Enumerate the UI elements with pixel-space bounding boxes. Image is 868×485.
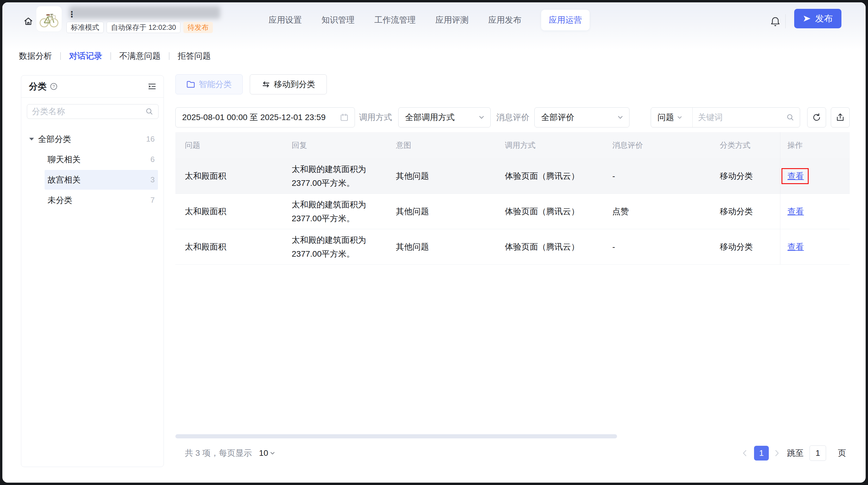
cell-intent: 其他问题 [386, 158, 495, 194]
cell-channel: 体验页面（腾讯云） [495, 194, 603, 229]
cell-channel: 体验页面（腾讯云） [495, 158, 603, 194]
chevron-down-icon [678, 116, 682, 119]
smart-classify-button[interactable]: 智能分类 [175, 74, 243, 94]
autosave-tag: 自动保存于 12:02:30 [106, 22, 180, 33]
view-link[interactable]: 查看 [787, 240, 804, 254]
page-size-select[interactable]: 10 [259, 448, 275, 458]
next-page-icon[interactable] [774, 450, 781, 456]
tree-node-2[interactable]: 故宫相关3 [21, 170, 163, 190]
folder-icon [186, 80, 195, 89]
tree-node-label: 聊天相关 [48, 154, 81, 165]
cell-intent: 其他问题 [386, 229, 495, 264]
move-to-classify-button[interactable]: 移动到分类 [250, 74, 327, 94]
top-nav-item-5[interactable]: 应用运营 [541, 10, 590, 30]
cell-question: 太和殿面积 [175, 229, 282, 264]
window-frame: ⋮ 标准模式 自动保存于 12:02:30 待发布 应用设置知识管理工作流管理应… [0, 0, 868, 485]
table-header-cell-4: 消息评价 [603, 132, 710, 158]
annotation-red-box [781, 168, 809, 184]
export-button[interactable] [831, 107, 850, 127]
app-avatar[interactable] [36, 6, 62, 32]
keyword-input[interactable]: 关键词 [693, 108, 800, 127]
export-icon [836, 113, 845, 122]
view-link[interactable]: 查看 [787, 204, 804, 218]
refresh-button[interactable] [807, 107, 826, 127]
category-panel: 分类 ? 分类名称 [21, 75, 164, 467]
table-row-1: 太和殿面积太和殿的建筑面积为2377.00平方米。其他问题体验页面（腾讯云）点赞… [175, 194, 850, 229]
pagination: 1 跳至 1 页 [741, 445, 846, 461]
notification-bell-icon[interactable] [770, 16, 781, 28]
horizontal-scrollbar[interactable] [175, 434, 617, 439]
table-header-cell-5: 分类方式 [710, 132, 780, 158]
tree-node-count: 7 [151, 196, 155, 205]
chevron-down-icon [479, 116, 484, 119]
table-header-cell-0: 问题 [175, 132, 282, 158]
mode-tag: 标准模式 [66, 22, 104, 33]
call-method-select[interactable]: 全部调用方式 [398, 107, 491, 127]
keyword-search-group: 问题 关键词 [651, 107, 800, 127]
category-search-placeholder: 分类名称 [32, 106, 145, 117]
cell-channel: 体验页面（腾讯云） [495, 229, 603, 264]
cell-classify: 移动分类 [710, 158, 780, 194]
cell-question: 太和殿面积 [175, 158, 282, 194]
caret-down-icon[interactable] [29, 138, 34, 140]
category-title: 分类 [29, 80, 46, 93]
publish-button[interactable]: 发布 [794, 9, 841, 28]
feedback-select[interactable]: 全部评价 [534, 107, 629, 127]
collapse-panel-icon[interactable] [148, 82, 156, 91]
top-nav-item-0[interactable]: 应用设置 [269, 14, 302, 26]
chevron-down-icon [271, 452, 275, 455]
top-nav: 应用设置知识管理工作流管理应用评测应用发布应用运营 [269, 2, 590, 38]
table-header-cell-6: 操作 [780, 132, 850, 158]
category-search-input[interactable]: 分类名称 [27, 104, 159, 119]
records-table: 问题回复意图调用方式消息评价分类方式操作 太和殿面积太和殿的建筑面积为2377.… [175, 132, 850, 265]
table-row-0: 太和殿面积太和殿的建筑面积为2377.00平方米。其他问题体验页面（腾讯云）-移… [175, 158, 850, 194]
chevron-down-icon [618, 116, 623, 119]
search-field-select[interactable]: 问题 [651, 108, 692, 127]
current-page-button[interactable]: 1 [754, 446, 769, 460]
prev-page-icon[interactable] [741, 450, 748, 456]
refresh-icon [812, 113, 822, 122]
category-panel-header: 分类 ? [21, 75, 163, 98]
call-method-label: 调用方式 [359, 107, 392, 127]
svg-text:?: ? [53, 84, 55, 89]
status-badge: 待发布 [183, 22, 213, 33]
tree-node-1[interactable]: 聊天相关6 [21, 149, 163, 170]
home-icon[interactable] [23, 16, 34, 27]
table-header: 问题回复意图调用方式消息评价分类方式操作 [175, 132, 850, 158]
cell-reply: 太和殿的建筑面积为2377.00平方米。 [282, 229, 386, 264]
subnav-item-0[interactable]: 数据分析 [19, 51, 60, 62]
top-nav-item-1[interactable]: 知识管理 [321, 14, 354, 26]
jump-to-label: 跳至 [787, 448, 804, 459]
feedback-label: 消息评价 [496, 107, 529, 127]
subnav-item-2[interactable]: 不满意问题 [111, 51, 169, 62]
tree-node-count: 3 [151, 175, 155, 184]
calendar-icon [340, 113, 349, 122]
app-page: ⋮ 标准模式 自动保存于 12:02:30 待发布 应用设置知识管理工作流管理应… [2, 2, 866, 483]
swap-icon [261, 80, 271, 89]
cell-reply: 太和殿的建筑面积为2377.00平方米。 [282, 158, 386, 194]
top-nav-item-2[interactable]: 工作流管理 [374, 14, 416, 26]
date-range-picker[interactable]: 2025-08-01 00:00 至 2025-12-01 23:59 [175, 107, 355, 127]
cell-intent: 其他问题 [386, 194, 495, 229]
app-title-redacted [69, 6, 220, 19]
tree-node-label: 全部分类 [38, 134, 71, 145]
help-icon[interactable]: ? [50, 82, 58, 91]
cell-classify: 移动分类 [710, 194, 780, 229]
table-row-2: 太和殿面积太和殿的建筑面积为2377.00平方米。其他问题体验页面（腾讯云）-移… [175, 229, 850, 265]
tree-node-label: 未分类 [48, 195, 72, 206]
subnav-item-1[interactable]: 对话记录 [61, 51, 111, 62]
jump-page-input[interactable]: 1 [810, 446, 826, 461]
cell-action: 查看 [780, 229, 850, 264]
page-unit-label: 页 [838, 448, 846, 459]
tree-node-3[interactable]: 未分类7 [21, 190, 163, 211]
top-nav-item-4[interactable]: 应用发布 [488, 14, 521, 26]
subnav-item-3[interactable]: 拒答问题 [169, 51, 219, 62]
tree-node-label: 故宫相关 [48, 174, 81, 186]
search-icon [145, 107, 154, 116]
cell-question: 太和殿面积 [175, 194, 282, 229]
cell-feedback: - [603, 158, 710, 194]
cell-feedback: - [603, 229, 710, 264]
top-nav-item-3[interactable]: 应用评测 [435, 14, 469, 26]
tree-node-0[interactable]: 全部分类16 [21, 129, 163, 149]
tree-node-count: 6 [151, 155, 155, 164]
